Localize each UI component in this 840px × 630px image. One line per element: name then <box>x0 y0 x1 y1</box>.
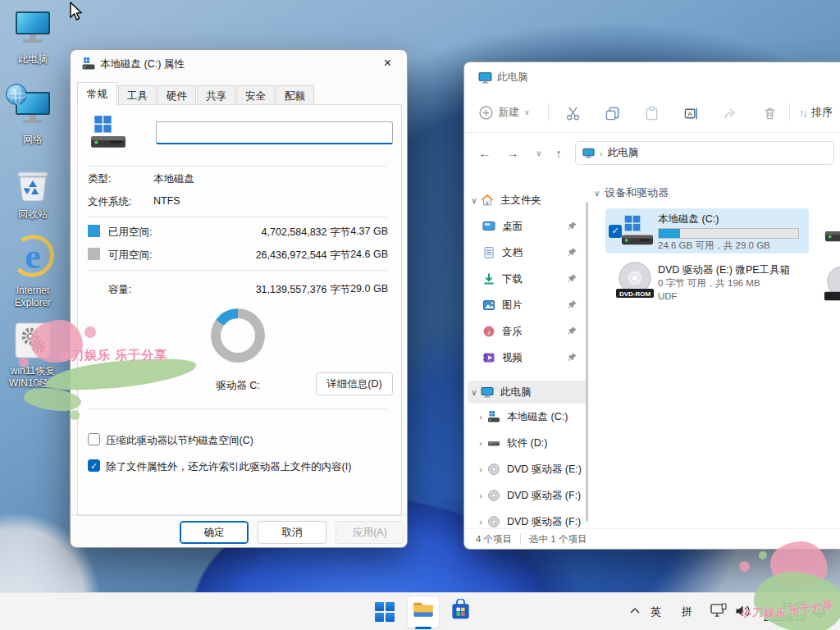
sidebar-item-documents[interactable]: 文档 <box>468 241 586 264</box>
chevron-down-icon: ∨ <box>524 108 530 116</box>
network-tray-icon[interactable] <box>710 603 727 619</box>
delete-button[interactable] <box>760 103 779 123</box>
tab-general[interactable]: 常规 <box>77 82 117 107</box>
type-label: 类型: <box>88 172 111 186</box>
sidebar-item-pictures[interactable]: 图片 <box>468 294 586 317</box>
type-value: 本地磁盘 <box>153 172 194 186</box>
capacity-bytes: 31,139,557,376 字节 <box>193 283 350 297</box>
apply-button[interactable]: 应用(A) <box>336 521 404 544</box>
share-button[interactable] <box>720 103 740 123</box>
sidebar-item-music[interactable]: ♪ 音乐 <box>468 320 586 343</box>
sidebar-item-drive-c[interactable]: › 本地磁盘 (C:) <box>468 405 586 428</box>
ime-mode-indicator[interactable]: 拼 <box>682 605 692 619</box>
tray-chevron-up-icon[interactable] <box>628 605 641 617</box>
toolbar-divider <box>548 103 549 121</box>
sidebar-item-label: DVD 驱动器 (E:) <box>507 463 582 477</box>
tray-clock[interactable]: 14:55 2022/8/12 <box>753 600 806 624</box>
ime-language-indicator[interactable]: 英 <box>651 605 661 619</box>
pin-icon[interactable] <box>567 326 578 336</box>
desktop-icon-this-pc[interactable]: 此电脑 <box>2 10 64 66</box>
general-tab-page: 类型: 本地磁盘 文件系统: NTFS 已用空间: 4,702,584,832 … <box>77 104 402 516</box>
drive-c-icon <box>81 57 96 71</box>
sidebar-item-home[interactable]: ∨ 主文件夹 <box>468 189 586 212</box>
dialog-title: 本地磁盘 (C:) 属性 <box>100 57 185 71</box>
filesystem-value: NTFS <box>153 195 180 207</box>
new-button[interactable]: 新建 ∨ <box>479 102 530 123</box>
sidebar-item-this-pc[interactable]: ∨ 此电脑 <box>468 381 586 404</box>
explorer-toolbar: 新建 ∨ A ↑↓ 排 <box>464 92 840 133</box>
desktop-icon-recycle-bin[interactable]: 回收站 <box>2 167 64 221</box>
pin-icon[interactable] <box>567 221 578 231</box>
dvd-rom-icon: DVD-ROM <box>615 261 655 302</box>
drive-info: 0 字节 可用，共 196 MB <box>658 277 760 290</box>
desktop-folder-icon <box>482 220 497 233</box>
sort-arrows-icon: ↑↓ <box>799 107 806 119</box>
drive-d-icon[interactable] <box>824 213 840 246</box>
index-checkbox[interactable]: ✓ <box>88 459 100 472</box>
details-button[interactable]: 详细信息(D) <box>316 372 393 395</box>
sidebar-item-downloads[interactable]: 下载 <box>468 267 586 290</box>
dvd-rom-icon[interactable] <box>824 265 840 304</box>
desktop-icon-win11-restore[interactable]: win11恢复WIN10经... <box>2 322 64 390</box>
explorer-titlebar[interactable]: 此电脑 <box>464 62 840 92</box>
drive-info: 24.6 GB 可用，共 29.0 GB <box>658 240 770 252</box>
mouse-cursor <box>69 2 84 23</box>
up-button[interactable]: ↑ <box>548 143 569 164</box>
sidebar-item-drive-d[interactable]: › 软件 (D:) <box>468 431 586 454</box>
pin-icon[interactable] <box>567 247 578 258</box>
drive-filesystem: UDF <box>658 291 678 301</box>
copy-button[interactable] <box>602 103 622 123</box>
cancel-button[interactable]: 取消 <box>258 521 326 544</box>
dialog-titlebar[interactable]: 本地磁盘 (C:) 属性 × <box>71 50 407 76</box>
file-explorer-taskbar-button[interactable] <box>412 598 435 621</box>
forward-button[interactable]: → <box>502 143 523 164</box>
compress-checkbox[interactable] <box>88 433 100 445</box>
rename-button[interactable]: A <box>681 103 701 123</box>
drive-c-icon <box>620 214 655 247</box>
capacity-label: 容量: <box>108 283 131 297</box>
drive-item-c[interactable]: ✓ 本地磁盘 (C:) 24.6 GB 可用，共 29.0 GB <box>605 208 809 253</box>
used-space-size: 4.37 GB <box>350 226 388 237</box>
explorer-window-title: 此电脑 <box>497 71 528 84</box>
breadcrumb-separator: › <box>600 148 603 158</box>
desktop-icon-internet-explorer[interactable]: e InternetExplorer <box>2 233 64 309</box>
microsoft-store-button[interactable] <box>450 599 472 621</box>
volume-label-input[interactable] <box>156 121 393 144</box>
recent-locations-button[interactable]: ∨ <box>528 143 550 164</box>
sort-button[interactable]: ↑↓ 排序 <box>799 102 833 123</box>
start-button[interactable] <box>375 602 395 622</box>
close-icon[interactable]: × <box>369 51 406 76</box>
sidebar-item-dvd-f[interactable]: › DVD 驱动器 (F:) <box>468 484 586 507</box>
desktop-icon-label: InternetExplorer <box>2 285 64 309</box>
group-header[interactable]: ∨设备和驱动器 <box>594 185 669 200</box>
svg-text:z: z <box>824 602 827 609</box>
drive-item-dvd-e[interactable]: DVD-ROM DVD 驱动器 (E:) 微PE工具箱 0 字节 可用，共 19… <box>605 259 809 307</box>
paste-button[interactable] <box>641 103 661 123</box>
volume-tray-icon[interactable] <box>734 604 751 619</box>
internet-explorer-icon: e <box>10 233 56 279</box>
back-button[interactable]: ← <box>474 143 495 164</box>
desktop-icon-network[interactable]: 网络 <box>2 90 64 146</box>
pin-icon[interactable] <box>567 352 578 363</box>
pin-icon[interactable] <box>567 299 578 310</box>
address-bar[interactable]: › 此电脑 <box>575 141 834 165</box>
svg-text:♪: ♪ <box>487 328 491 336</box>
pin-icon[interactable] <box>567 273 578 284</box>
network-icon <box>12 90 53 128</box>
breadcrumb[interactable]: 此电脑 <box>608 146 639 160</box>
sort-button-label: 排序 <box>811 105 833 120</box>
music-icon: ♪ <box>482 325 497 338</box>
ok-button[interactable]: 确定 <box>180 521 249 544</box>
status-divider <box>520 533 521 545</box>
home-icon <box>481 194 495 207</box>
sidebar-item-dvd-e[interactable]: › DVD 驱动器 (E:) <box>468 458 586 481</box>
sidebar-scrollbar[interactable] <box>586 202 588 522</box>
sidebar-item-desktop[interactable]: 桌面 <box>468 215 586 238</box>
notification-bell-icon[interactable]: z <box>810 602 828 619</box>
cut-button[interactable] <box>563 103 582 123</box>
dialog-footer: 确定 取消 应用(A) <box>71 514 407 547</box>
used-space-label: 已用空间: <box>108 226 152 240</box>
chevron-right-icon: › <box>474 439 487 448</box>
sidebar-item-label: 软件 (D:) <box>507 436 547 450</box>
sidebar-item-videos[interactable]: 视频 <box>468 346 586 369</box>
